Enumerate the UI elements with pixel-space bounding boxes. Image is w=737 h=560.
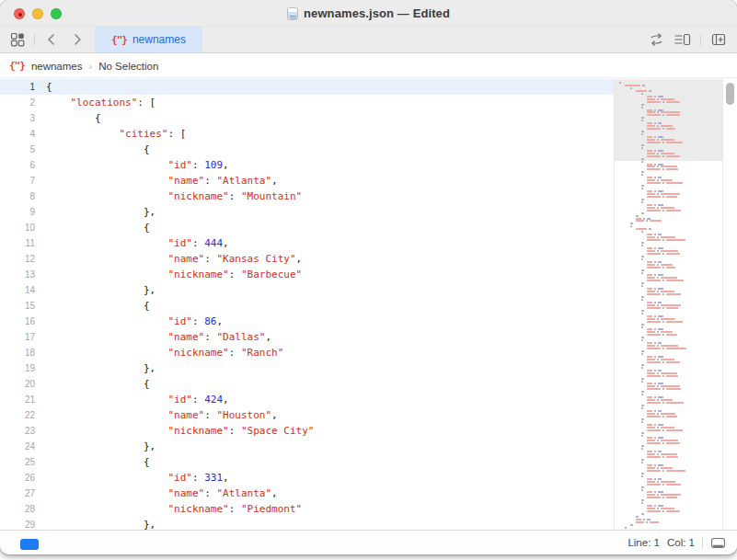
window-title: newnames.json — Edited (304, 6, 450, 20)
line-number: 6 (0, 160, 35, 170)
code-line[interactable]: 29 }, (0, 517, 614, 530)
line-number: 21 (0, 394, 35, 405)
line-number: 19 (0, 363, 35, 373)
code-line[interactable]: 17 "name": "Dallas", (0, 329, 614, 345)
code-line[interactable]: 18 "nickname": "Ranch" (0, 345, 614, 360)
code-line[interactable]: 25 { (0, 454, 614, 470)
code-line[interactable]: 26 "id": 331, (0, 470, 614, 486)
code-line[interactable]: 14 }, (0, 282, 614, 298)
column-indicator: Col: 1 (667, 537, 695, 548)
tab-newnames[interactable]: {"} newnames (95, 27, 202, 52)
tab-overview-icon[interactable] (8, 30, 27, 49)
code-line[interactable]: 28 "nickname": "Piedmont" (0, 501, 614, 517)
code-line[interactable]: 23 "nickname": "Space City" (0, 423, 614, 439)
line-number: 9 (0, 207, 35, 217)
line-number: 14 (0, 285, 35, 295)
json-braces-icon: {"} (111, 34, 127, 46)
document-proxy-icon[interactable] (287, 7, 298, 20)
toolbar-divider (34, 34, 35, 46)
line-number: 29 (0, 520, 35, 530)
code-line[interactable]: 5 { (0, 142, 614, 157)
vertical-scrollbar[interactable] (723, 79, 737, 530)
line-number: 11 (0, 238, 35, 248)
line-number: 15 (0, 301, 35, 311)
tab-label: newnames (132, 33, 186, 46)
xcode-window: newnames.json — Edited (0, 0, 737, 554)
code-line[interactable]: 16 "id": 86, (0, 314, 614, 329)
minimap[interactable] (614, 79, 723, 530)
line-number: 23 (0, 426, 35, 436)
add-editor-icon[interactable] (709, 30, 728, 49)
line-number: 22 (0, 410, 35, 420)
line-number: 18 (0, 348, 35, 358)
line-number: 5 (0, 144, 35, 154)
code-line[interactable]: 20 { (0, 376, 614, 392)
line-number: 12 (0, 254, 35, 264)
statusbar-divider (702, 537, 703, 549)
line-number: 26 (0, 473, 35, 483)
line-number: 3 (0, 113, 35, 123)
line-number: 7 (0, 176, 35, 186)
line-number: 16 (0, 316, 35, 326)
code-line[interactable]: 10 { (0, 220, 614, 235)
minimap-viewport[interactable] (615, 79, 722, 161)
jump-bar: {"} newnames › No Selection (0, 54, 737, 78)
line-number: 24 (0, 441, 35, 451)
scrollbar-thumb[interactable] (726, 83, 734, 105)
line-number: 8 (0, 191, 35, 201)
line-indicator: Line: 1 (628, 537, 660, 548)
line-number: 17 (0, 332, 35, 342)
line-number: 2 (0, 97, 35, 108)
breadcrumb-selection[interactable]: No Selection (98, 61, 158, 72)
code-line[interactable]: 12 "name": "Kansas City", (0, 251, 614, 267)
code-line[interactable]: 4 "cities": [ (0, 126, 614, 142)
code-line[interactable]: 13 "nickname": "Barbecue" (0, 267, 614, 282)
breadcrumb-file[interactable]: newnames (31, 61, 83, 72)
code-line[interactable]: 9 }, (0, 204, 614, 220)
bottom-bar-toggle-icon[interactable] (710, 537, 726, 549)
code-line[interactable]: 8 "nickname": "Mountain" (0, 189, 614, 204)
code-line[interactable]: 24 }, (0, 439, 614, 454)
line-number: 13 (0, 269, 35, 280)
json-braces-icon: {"} (9, 60, 25, 72)
editor-status-indicator[interactable] (20, 539, 39, 550)
editor-area: 1{2 "locations": [3 {4 "cities": [5 {6 "… (0, 79, 737, 530)
code-line[interactable]: 6 "id": 109, (0, 157, 614, 173)
code-line[interactable]: 7 "name": "Atlanta", (0, 173, 614, 189)
code-line[interactable]: 27 "name": "Atlanta", (0, 486, 614, 501)
line-number: 10 (0, 223, 35, 233)
code-line[interactable]: 2 "locations": [ (0, 95, 614, 110)
code-line[interactable]: 19 }, (0, 360, 614, 376)
breadcrumb-separator: › (89, 61, 93, 72)
line-number: 4 (0, 129, 35, 139)
back-chevron-icon[interactable] (42, 30, 61, 49)
code-line[interactable]: 15 { (0, 298, 614, 314)
status-bar: Line: 1 Col: 1 (0, 530, 737, 554)
line-number: 1 (0, 82, 35, 92)
line-number: 27 (0, 488, 35, 498)
toolbar-divider (700, 34, 701, 46)
code-line[interactable]: 1{ (0, 79, 614, 95)
tab-bar: {"} newnames (0, 27, 737, 53)
line-number: 20 (0, 379, 35, 389)
code-line[interactable]: 11 "id": 444, (0, 235, 614, 251)
forward-chevron-icon[interactable] (68, 30, 86, 49)
title-group: newnames.json — Edited (0, 0, 737, 27)
line-number: 25 (0, 457, 35, 467)
code-area[interactable]: 1{2 "locations": [3 {4 "cities": [5 {6 "… (0, 79, 614, 530)
code-review-icon[interactable] (647, 30, 665, 49)
title-bar: newnames.json — Edited (0, 0, 737, 27)
line-number: 28 (0, 504, 35, 514)
editor-options-icon[interactable] (674, 30, 692, 49)
code-line[interactable]: 22 "name": "Houston", (0, 407, 614, 423)
code-line[interactable]: 3 { (0, 110, 614, 126)
code-line[interactable]: 21 "id": 424, (0, 392, 614, 407)
